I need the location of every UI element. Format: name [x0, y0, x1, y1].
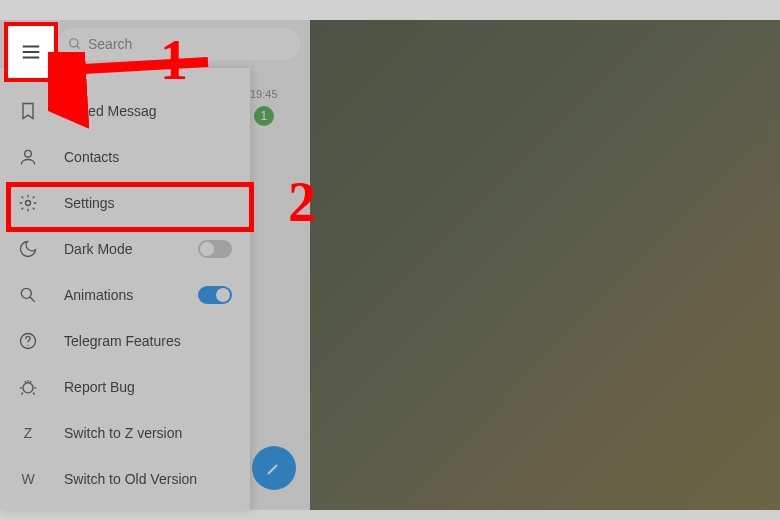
search-icon — [68, 37, 82, 51]
menu-item-settings[interactable]: Settings — [0, 180, 250, 226]
compose-button[interactable] — [252, 446, 296, 490]
svg-point-2 — [26, 201, 31, 206]
svg-point-1 — [25, 150, 32, 157]
menu-label: Contacts — [64, 149, 119, 165]
app-window: Search 19:45 1 Saved Messag Contacts Set… — [0, 20, 780, 510]
chat-preview[interactable]: 19:45 1 — [250, 88, 278, 126]
darkmode-toggle[interactable] — [198, 240, 232, 258]
gear-icon — [18, 193, 38, 213]
menu-label: Saved Messag — [64, 103, 157, 119]
bug-icon — [18, 377, 38, 397]
unread-badge: 1 — [254, 106, 274, 126]
menu-item-saved[interactable]: Saved Messag — [0, 88, 250, 134]
chat-background — [310, 20, 780, 510]
pencil-icon — [265, 459, 283, 477]
z-letter-icon: Z — [18, 425, 38, 441]
menu-item-features[interactable]: Telegram Features — [0, 318, 250, 364]
menu-label: Switch to Old Version — [64, 471, 197, 487]
hamburger-icon — [10, 24, 50, 64]
help-icon — [18, 331, 38, 351]
w-letter-icon: W — [18, 471, 38, 487]
menu-label: Animations — [64, 287, 133, 303]
menu-item-report[interactable]: Report Bug — [0, 364, 250, 410]
menu-item-contacts[interactable]: Contacts — [0, 134, 250, 180]
bookmark-icon — [18, 101, 38, 121]
menu-label: Report Bug — [64, 379, 135, 395]
svg-point-0 — [70, 39, 78, 47]
animations-toggle[interactable] — [198, 286, 232, 304]
menu-label: Switch to Z version — [64, 425, 182, 441]
menu-label: Dark Mode — [64, 241, 132, 257]
moon-icon — [18, 239, 38, 259]
search-input[interactable]: Search — [58, 28, 300, 60]
menu-label: Settings — [64, 195, 115, 211]
sparkle-icon — [18, 285, 38, 305]
menu-label: Telegram Features — [64, 333, 181, 349]
search-placeholder: Search — [88, 36, 132, 52]
menu-item-switch-z[interactable]: Z Switch to Z version — [0, 410, 250, 456]
person-icon — [18, 147, 38, 167]
menu-item-animations[interactable]: Animations — [0, 272, 250, 318]
menu-item-switch-old[interactable]: W Switch to Old Version — [0, 456, 250, 502]
chat-time: 19:45 — [250, 88, 278, 100]
menu-button[interactable] — [10, 24, 50, 64]
menu-item-darkmode[interactable]: Dark Mode — [0, 226, 250, 272]
top-bar: Search — [0, 20, 310, 68]
side-menu: Saved Messag Contacts Settings Dark Mode… — [0, 68, 250, 510]
svg-point-5 — [23, 383, 33, 393]
